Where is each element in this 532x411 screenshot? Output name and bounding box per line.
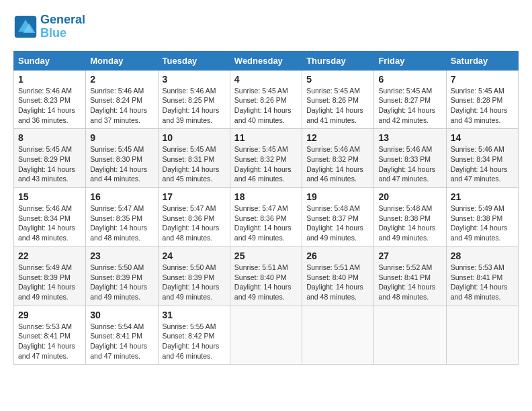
calendar-cell: 13Sunrise: 5:46 AMSunset: 8:33 PMDayligh… bbox=[374, 129, 446, 188]
cell-info: Sunrise: 5:46 AMSunset: 8:34 PMDaylight:… bbox=[451, 144, 514, 184]
cell-info: Sunrise: 5:46 AMSunset: 8:23 PMDaylight:… bbox=[18, 86, 81, 126]
day-number: 18 bbox=[234, 191, 298, 202]
cell-info: Sunrise: 5:50 AMSunset: 8:39 PMDaylight:… bbox=[163, 263, 226, 302]
day-number: 12 bbox=[306, 132, 369, 143]
cell-info: Sunrise: 5:46 AMSunset: 8:32 PMDaylight:… bbox=[306, 144, 369, 184]
day-number: 20 bbox=[378, 191, 441, 202]
day-number: 30 bbox=[90, 310, 153, 320]
day-number: 7 bbox=[451, 74, 514, 85]
cell-info: Sunrise: 5:55 AMSunset: 8:42 PMDaylight:… bbox=[163, 322, 226, 361]
day-number: 16 bbox=[90, 191, 153, 202]
day-number: 21 bbox=[451, 191, 514, 202]
cell-info: Sunrise: 5:45 AMSunset: 8:26 PMDaylight:… bbox=[306, 86, 369, 126]
calendar-cell: 30Sunrise: 5:54 AMSunset: 8:41 PMDayligh… bbox=[86, 306, 158, 365]
calendar-cell: 27Sunrise: 5:52 AMSunset: 8:41 PMDayligh… bbox=[374, 246, 446, 306]
calendar-header: SundayMondayTuesdayWednesdayThursdayFrid… bbox=[14, 51, 519, 70]
calendar-cell: 31Sunrise: 5:55 AMSunset: 8:42 PMDayligh… bbox=[158, 306, 230, 365]
day-number: 15 bbox=[18, 191, 81, 202]
header-day: Wednesday bbox=[230, 51, 302, 70]
calendar-cell bbox=[374, 306, 446, 365]
cell-info: Sunrise: 5:52 AMSunset: 8:41 PMDaylight:… bbox=[378, 263, 441, 302]
header-day: Monday bbox=[86, 51, 158, 70]
calendar-cell: 23Sunrise: 5:50 AMSunset: 8:39 PMDayligh… bbox=[86, 246, 158, 306]
header-day: Thursday bbox=[302, 51, 374, 70]
day-number: 29 bbox=[18, 310, 81, 320]
day-number: 26 bbox=[306, 250, 369, 261]
cell-info: Sunrise: 5:49 AMSunset: 8:38 PMDaylight:… bbox=[451, 203, 514, 243]
cell-info: Sunrise: 5:45 AMSunset: 8:26 PMDaylight:… bbox=[234, 86, 298, 126]
calendar-cell: 26Sunrise: 5:51 AMSunset: 8:40 PMDayligh… bbox=[302, 246, 374, 306]
calendar-cell: 17Sunrise: 5:47 AMSunset: 8:36 PMDayligh… bbox=[158, 188, 230, 247]
header-day: Saturday bbox=[446, 51, 518, 70]
day-number: 23 bbox=[90, 250, 153, 261]
cell-info: Sunrise: 5:45 AMSunset: 8:27 PMDaylight:… bbox=[378, 86, 441, 126]
cell-info: Sunrise: 5:53 AMSunset: 8:41 PMDaylight:… bbox=[18, 322, 81, 361]
cell-info: Sunrise: 5:46 AMSunset: 8:33 PMDaylight:… bbox=[378, 144, 441, 184]
calendar-cell: 19Sunrise: 5:48 AMSunset: 8:37 PMDayligh… bbox=[302, 188, 374, 247]
day-number: 2 bbox=[90, 74, 153, 85]
cell-info: Sunrise: 5:45 AMSunset: 8:32 PMDaylight:… bbox=[234, 144, 298, 184]
cell-info: Sunrise: 5:45 AMSunset: 8:30 PMDaylight:… bbox=[90, 144, 153, 184]
calendar-week: 15Sunrise: 5:46 AMSunset: 8:34 PMDayligh… bbox=[14, 188, 519, 247]
day-number: 17 bbox=[163, 191, 226, 202]
day-number: 6 bbox=[378, 74, 441, 85]
cell-info: Sunrise: 5:48 AMSunset: 8:38 PMDaylight:… bbox=[378, 203, 441, 243]
day-number: 5 bbox=[306, 74, 369, 85]
day-number: 8 bbox=[18, 132, 81, 143]
calendar-cell bbox=[446, 306, 518, 365]
day-number: 4 bbox=[234, 74, 298, 85]
calendar-week: 22Sunrise: 5:49 AMSunset: 8:39 PMDayligh… bbox=[14, 246, 519, 306]
day-number: 11 bbox=[234, 132, 298, 143]
calendar-cell: 25Sunrise: 5:51 AMSunset: 8:40 PMDayligh… bbox=[230, 246, 302, 306]
cell-info: Sunrise: 5:46 AMSunset: 8:25 PMDaylight:… bbox=[163, 86, 226, 126]
header-day: Tuesday bbox=[158, 51, 230, 70]
cell-info: Sunrise: 5:45 AMSunset: 8:29 PMDaylight:… bbox=[18, 144, 81, 184]
calendar-cell bbox=[230, 306, 302, 365]
day-number: 10 bbox=[163, 132, 226, 143]
page-header: General Blue bbox=[13, 13, 519, 40]
cell-info: Sunrise: 5:50 AMSunset: 8:39 PMDaylight:… bbox=[90, 263, 153, 302]
calendar-cell: 29Sunrise: 5:53 AMSunset: 8:41 PMDayligh… bbox=[14, 306, 86, 365]
calendar-week: 29Sunrise: 5:53 AMSunset: 8:41 PMDayligh… bbox=[14, 306, 519, 365]
cell-info: Sunrise: 5:45 AMSunset: 8:28 PMDaylight:… bbox=[451, 86, 514, 126]
day-number: 27 bbox=[378, 250, 441, 261]
calendar-cell: 16Sunrise: 5:47 AMSunset: 8:35 PMDayligh… bbox=[86, 188, 158, 247]
cell-info: Sunrise: 5:53 AMSunset: 8:41 PMDaylight:… bbox=[451, 263, 514, 302]
day-number: 3 bbox=[163, 74, 226, 85]
calendar-table: SundayMondayTuesdayWednesdayThursdayFrid… bbox=[13, 51, 519, 365]
day-number: 28 bbox=[451, 250, 514, 261]
day-number: 25 bbox=[234, 250, 298, 261]
calendar-cell: 4Sunrise: 5:45 AMSunset: 8:26 PMDaylight… bbox=[230, 70, 302, 129]
cell-info: Sunrise: 5:46 AMSunset: 8:34 PMDaylight:… bbox=[18, 203, 81, 243]
calendar-cell: 24Sunrise: 5:50 AMSunset: 8:39 PMDayligh… bbox=[158, 246, 230, 306]
calendar-cell: 15Sunrise: 5:46 AMSunset: 8:34 PMDayligh… bbox=[14, 188, 86, 247]
calendar-cell: 18Sunrise: 5:47 AMSunset: 8:36 PMDayligh… bbox=[230, 188, 302, 247]
header-day: Sunday bbox=[14, 51, 86, 70]
day-number: 13 bbox=[378, 132, 441, 143]
day-number: 19 bbox=[306, 191, 369, 202]
day-number: 31 bbox=[163, 310, 226, 320]
calendar-cell: 7Sunrise: 5:45 AMSunset: 8:28 PMDaylight… bbox=[446, 70, 518, 129]
calendar-cell: 2Sunrise: 5:46 AMSunset: 8:24 PMDaylight… bbox=[86, 70, 158, 129]
day-number: 14 bbox=[451, 132, 514, 143]
cell-info: Sunrise: 5:46 AMSunset: 8:24 PMDaylight:… bbox=[90, 86, 153, 126]
calendar-cell: 3Sunrise: 5:46 AMSunset: 8:25 PMDaylight… bbox=[158, 70, 230, 129]
calendar-cell: 12Sunrise: 5:46 AMSunset: 8:32 PMDayligh… bbox=[302, 129, 374, 188]
logo-icon bbox=[13, 15, 38, 39]
calendar-cell: 22Sunrise: 5:49 AMSunset: 8:39 PMDayligh… bbox=[14, 246, 86, 306]
calendar-cell: 28Sunrise: 5:53 AMSunset: 8:41 PMDayligh… bbox=[446, 246, 518, 306]
day-number: 24 bbox=[163, 250, 226, 261]
calendar-cell bbox=[302, 306, 374, 365]
calendar-week: 8Sunrise: 5:45 AMSunset: 8:29 PMDaylight… bbox=[14, 129, 519, 188]
cell-info: Sunrise: 5:54 AMSunset: 8:41 PMDaylight:… bbox=[90, 322, 153, 361]
day-number: 1 bbox=[18, 74, 81, 85]
calendar-cell: 8Sunrise: 5:45 AMSunset: 8:29 PMDaylight… bbox=[14, 129, 86, 188]
calendar-cell: 9Sunrise: 5:45 AMSunset: 8:30 PMDaylight… bbox=[86, 129, 158, 188]
header-row: SundayMondayTuesdayWednesdayThursdayFrid… bbox=[14, 51, 519, 70]
cell-info: Sunrise: 5:47 AMSunset: 8:36 PMDaylight:… bbox=[234, 203, 298, 243]
calendar-body: 1Sunrise: 5:46 AMSunset: 8:23 PMDaylight… bbox=[14, 70, 519, 365]
calendar-cell: 1Sunrise: 5:46 AMSunset: 8:23 PMDaylight… bbox=[14, 70, 86, 129]
calendar-cell: 10Sunrise: 5:45 AMSunset: 8:31 PMDayligh… bbox=[158, 129, 230, 188]
calendar-cell: 6Sunrise: 5:45 AMSunset: 8:27 PMDaylight… bbox=[374, 70, 446, 129]
calendar-cell: 20Sunrise: 5:48 AMSunset: 8:38 PMDayligh… bbox=[374, 188, 446, 247]
